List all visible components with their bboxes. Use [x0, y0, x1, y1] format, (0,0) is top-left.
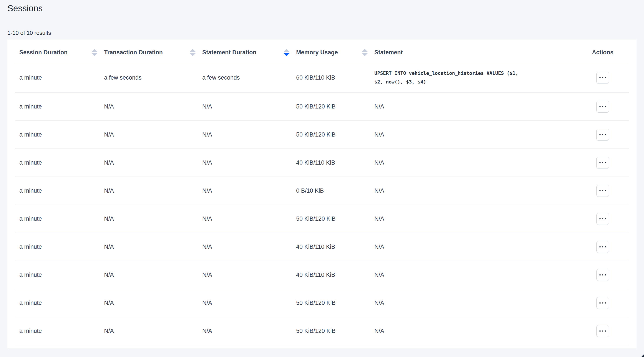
column-label: Actions: [592, 49, 613, 56]
cell-statement: N/A: [374, 215, 576, 222]
resize-corner-icon[interactable]: [641, 354, 644, 357]
table-row: a minute N/A N/A 50 KiB/120 KiB N/A: [15, 289, 629, 317]
cell-session-duration: a minute: [19, 243, 104, 250]
sort-arrows-icon[interactable]: [92, 49, 98, 56]
column-label: Statement Duration: [202, 49, 256, 56]
cell-transaction-duration: N/A: [104, 159, 202, 166]
cell-transaction-duration: N/A: [104, 271, 202, 278]
sessions-table-card: Session Duration Transaction Duration St…: [8, 40, 636, 348]
column-header-statement-duration[interactable]: Statement Duration: [202, 49, 296, 56]
sort-up-triangle: [190, 49, 196, 52]
cell-transaction-duration: N/A: [104, 131, 202, 138]
cell-statement-duration: a few seconds: [202, 74, 296, 81]
statement-text: N/A: [374, 215, 571, 222]
row-actions-button[interactable]: [596, 157, 609, 169]
cell-session-duration: a minute: [19, 74, 104, 81]
cell-memory-usage: 50 KiB/120 KiB: [296, 103, 374, 110]
cell-statement-duration: N/A: [202, 300, 296, 306]
table-header: Session Duration Transaction Duration St…: [15, 40, 629, 63]
cell-actions: [576, 129, 629, 141]
cell-actions: [576, 297, 629, 309]
ellipsis-icon: [600, 190, 606, 191]
sort-arrows-icon[interactable]: [362, 49, 368, 56]
row-actions-button[interactable]: [596, 213, 609, 225]
row-actions-button[interactable]: [596, 269, 609, 281]
cell-session-duration: a minute: [19, 328, 104, 334]
cell-statement-duration: N/A: [202, 159, 296, 166]
row-actions-button[interactable]: [596, 185, 609, 197]
statement-text: N/A: [374, 131, 571, 138]
row-actions-button[interactable]: [596, 101, 609, 113]
cell-memory-usage: 60 KiB/110 KiB: [296, 74, 374, 81]
table-row: a minute N/A N/A 40 KiB/110 KiB N/A: [15, 149, 629, 177]
row-actions-button[interactable]: [596, 325, 609, 337]
cell-statement-duration: N/A: [202, 271, 296, 278]
column-header-transaction-duration[interactable]: Transaction Duration: [104, 49, 202, 56]
cell-actions: [576, 72, 629, 84]
cell-transaction-duration: N/A: [104, 300, 202, 306]
sessions-page: Sessions 1-10 of 10 results Session Dura…: [0, 3, 644, 348]
ellipsis-icon: [600, 162, 606, 163]
cell-memory-usage: 50 KiB/120 KiB: [296, 215, 374, 222]
cell-statement: N/A: [374, 328, 576, 334]
row-actions-button[interactable]: [596, 72, 609, 84]
cell-memory-usage: 40 KiB/110 KiB: [296, 271, 374, 278]
cell-transaction-duration: N/A: [104, 215, 202, 222]
column-label: Memory Usage: [296, 49, 338, 56]
ellipsis-icon: [600, 218, 606, 219]
cell-session-duration: a minute: [19, 271, 104, 278]
cell-transaction-duration: N/A: [104, 328, 202, 334]
column-label: Session Duration: [19, 49, 68, 56]
table-row: a minute N/A N/A 0 B/10 KiB N/A: [15, 177, 629, 205]
sort-up-triangle: [92, 49, 98, 52]
cell-statement-duration: N/A: [202, 328, 296, 334]
cell-memory-usage: 40 KiB/110 KiB: [296, 243, 374, 250]
column-header-actions: Actions: [576, 49, 629, 56]
statement-text: N/A: [374, 159, 571, 166]
ellipsis-icon: [600, 274, 606, 275]
cell-transaction-duration: N/A: [104, 187, 202, 194]
row-actions-button[interactable]: [596, 241, 609, 253]
cell-statement-duration: N/A: [202, 187, 296, 194]
cell-memory-usage: 50 KiB/120 KiB: [296, 300, 374, 306]
cell-memory-usage: 50 KiB/120 KiB: [296, 328, 374, 334]
table-row: a minute N/A N/A 40 KiB/110 KiB N/A: [15, 233, 629, 261]
cell-statement: N/A: [374, 243, 576, 250]
sort-up-triangle: [362, 49, 368, 52]
column-header-memory-usage[interactable]: Memory Usage: [296, 49, 374, 56]
cell-actions: [576, 241, 629, 253]
row-actions-button[interactable]: [596, 129, 609, 141]
cell-actions: [576, 325, 629, 337]
cell-statement-duration: N/A: [202, 103, 296, 110]
column-label: Statement: [374, 49, 403, 56]
cell-memory-usage: 40 KiB/110 KiB: [296, 159, 374, 166]
statement-text: N/A: [374, 271, 571, 278]
cell-session-duration: a minute: [19, 131, 104, 138]
statement-text: N/A: [374, 187, 571, 194]
cell-statement: N/A: [374, 103, 576, 110]
sort-down-triangle: [362, 53, 368, 56]
row-actions-button[interactable]: [596, 297, 609, 309]
cell-statement: N/A: [374, 300, 576, 306]
cell-statement: UPSERT INTO vehicle_location_histories V…: [374, 69, 576, 86]
table-row: a minute N/A N/A 50 KiB/120 KiB N/A: [15, 205, 629, 233]
sort-arrows-icon[interactable]: [190, 49, 196, 56]
column-header-session-duration[interactable]: Session Duration: [19, 49, 104, 56]
page-title: Sessions: [8, 3, 636, 14]
cell-statement-duration: N/A: [202, 131, 296, 138]
sort-down-triangle: [190, 53, 196, 56]
table-row: a minute a few seconds a few seconds 60 …: [15, 63, 629, 93]
results-count: 1-10 of 10 results: [8, 29, 636, 37]
sort-arrows-icon[interactable]: [284, 49, 290, 56]
cell-transaction-duration: N/A: [104, 103, 202, 110]
cell-transaction-duration: a few seconds: [104, 74, 202, 81]
cell-session-duration: a minute: [19, 103, 104, 110]
cell-session-duration: a minute: [19, 187, 104, 194]
cell-memory-usage: 0 B/10 KiB: [296, 187, 374, 194]
table-row: a minute N/A N/A 50 KiB/120 KiB N/A: [15, 317, 629, 345]
cell-actions: [576, 213, 629, 225]
cell-session-duration: a minute: [19, 300, 104, 306]
cell-statement: N/A: [374, 131, 576, 138]
sort-down-triangle: [92, 53, 98, 56]
cell-transaction-duration: N/A: [104, 243, 202, 250]
